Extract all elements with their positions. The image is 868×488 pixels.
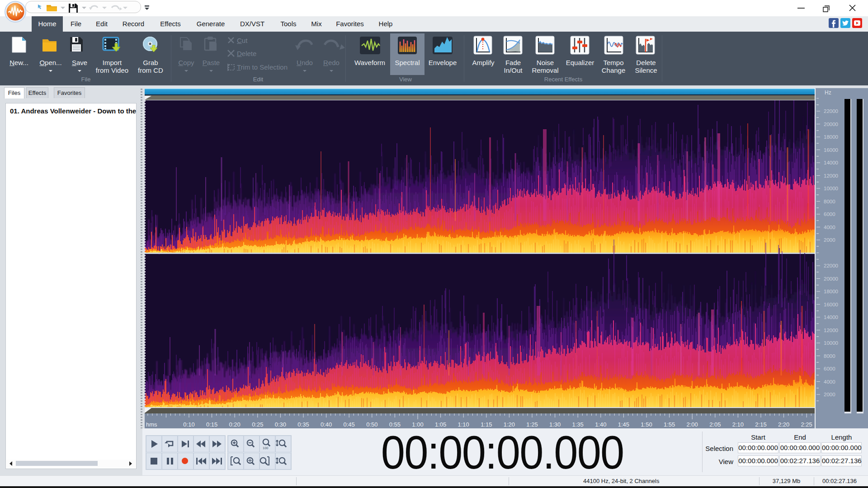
svg-text:14000: 14000 (824, 314, 838, 320)
svg-text:0:45: 0:45 (344, 421, 355, 428)
svg-text:12000: 12000 (824, 173, 838, 178)
svg-text:2:10: 2:10 (732, 421, 744, 428)
svg-text:22000: 22000 (824, 108, 838, 114)
svg-text:Hz: Hz (825, 89, 831, 96)
svg-text:6000: 6000 (824, 366, 835, 371)
svg-text:2:15: 2:15 (755, 421, 766, 428)
svg-text:18000: 18000 (824, 134, 838, 140)
svg-text:hms: hms (146, 421, 157, 428)
svg-text:22000: 22000 (824, 263, 838, 268)
svg-text:2000: 2000 (824, 392, 835, 397)
svg-text:4000: 4000 (824, 379, 835, 385)
svg-text:8000: 8000 (824, 199, 835, 204)
svg-text:1:50: 1:50 (641, 421, 652, 428)
svg-text:0:30: 0:30 (275, 421, 286, 428)
svg-text:14000: 14000 (824, 160, 838, 165)
svg-text:0:35: 0:35 (297, 421, 309, 428)
svg-text:0:10: 0:10 (183, 421, 194, 428)
svg-text:20000: 20000 (824, 276, 838, 282)
svg-text:2:00: 2:00 (687, 421, 698, 428)
svg-text:8000: 8000 (824, 353, 835, 359)
svg-text:10000: 10000 (824, 340, 838, 346)
svg-text:0:25: 0:25 (252, 421, 263, 428)
svg-text:18000: 18000 (824, 289, 838, 294)
svg-text:2:20: 2:20 (778, 421, 789, 428)
svg-text:0:40: 0:40 (321, 421, 332, 428)
svg-text:2000: 2000 (824, 237, 835, 243)
svg-text:1:55: 1:55 (664, 421, 675, 428)
svg-text:20000: 20000 (824, 122, 838, 127)
svg-text:16000: 16000 (824, 147, 838, 153)
svg-text:2:05: 2:05 (709, 421, 721, 428)
svg-text:4000: 4000 (824, 225, 835, 230)
svg-text:0:50: 0:50 (366, 421, 377, 428)
svg-text:0:20: 0:20 (229, 421, 241, 428)
svg-text:12000: 12000 (824, 328, 838, 333)
svg-text:16000: 16000 (824, 302, 838, 307)
svg-text:10000: 10000 (824, 186, 838, 191)
svg-text:2:25: 2:25 (801, 421, 812, 428)
svg-text:100: 100 (263, 446, 269, 450)
svg-text:6000: 6000 (824, 211, 835, 217)
svg-text:0:15: 0:15 (206, 421, 217, 428)
